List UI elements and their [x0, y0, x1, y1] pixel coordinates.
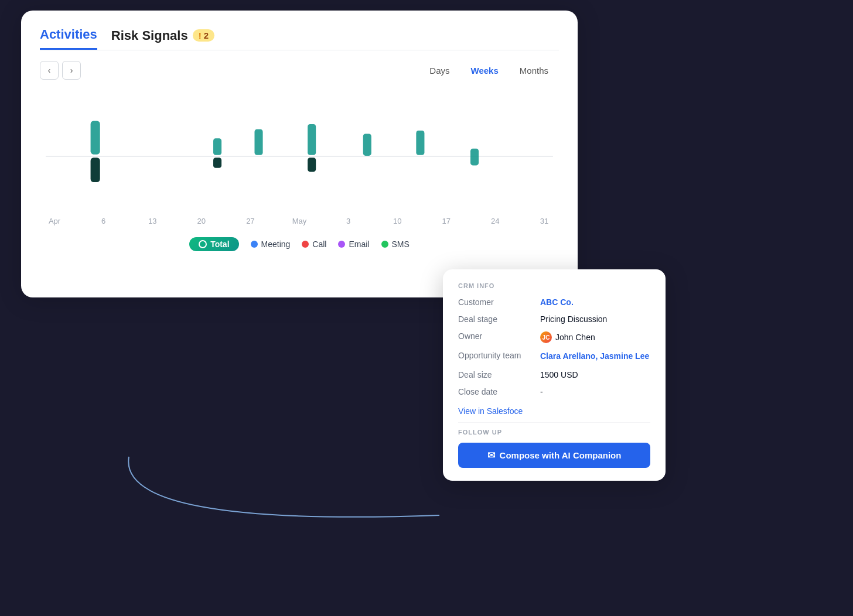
risk-badge: ! 2: [193, 29, 214, 42]
x-label-20: 20: [193, 217, 210, 225]
crm-opp-team-value[interactable]: Clara Arellano, Jasmine Lee: [540, 351, 649, 362]
view-days[interactable]: Days: [419, 63, 460, 78]
compose-btn-label: Compose with AI Companion: [500, 450, 622, 460]
total-ring-icon: [199, 240, 207, 248]
crm-owner-row: Owner JC John Chen: [458, 331, 650, 343]
svg-rect-3: [213, 138, 221, 155]
crm-owner-label: Owner: [458, 331, 540, 341]
crm-close-date-row: Close date -: [458, 387, 650, 396]
card-divider: [458, 422, 650, 423]
nav-buttons: ‹ ›: [40, 61, 81, 80]
mail-icon: ✉: [487, 450, 495, 461]
tab-activities[interactable]: Activities: [40, 27, 97, 50]
x-label-31: 31: [535, 217, 553, 225]
svg-rect-4: [213, 158, 221, 168]
chart-legend: Total Meeting Call Email SMS: [40, 237, 559, 251]
call-dot-icon: [302, 241, 309, 248]
x-axis-labels: Apr 6 13 20 27 May 3 10 17 24 31: [40, 217, 559, 225]
crm-owner-value-container: JC John Chen: [540, 331, 595, 343]
view-months[interactable]: Months: [509, 63, 559, 78]
crm-opp-team-row: Opportunity team Clara Arellano, Jasmine…: [458, 351, 650, 362]
x-label-27: 27: [241, 217, 259, 225]
crm-deal-size-label: Deal size: [458, 370, 540, 379]
crm-customer-label: Customer: [458, 297, 540, 307]
svg-rect-10: [470, 149, 479, 166]
crm-deal-stage-row: Deal stage Pricing Discussion: [458, 314, 650, 324]
view-salesforce-link[interactable]: View in Salesfoce: [458, 406, 523, 416]
next-button[interactable]: ›: [62, 61, 81, 80]
x-label-may: May: [291, 217, 308, 225]
compose-ai-button[interactable]: ✉ Compose with AI Companion: [458, 443, 650, 468]
crm-customer-row: Customer ABC Co.: [458, 297, 650, 307]
svg-rect-9: [416, 131, 424, 155]
crm-card: CRM INFO Customer ABC Co. Deal stage Pri…: [443, 269, 666, 481]
x-label-3: 3: [340, 217, 357, 225]
svg-rect-5: [254, 129, 262, 155]
svg-rect-2: [91, 158, 100, 182]
legend-email[interactable]: Email: [338, 239, 369, 249]
x-label-13: 13: [144, 217, 161, 225]
legend-meeting[interactable]: Meeting: [251, 239, 291, 249]
crm-opp-team-label: Opportunity team: [458, 351, 540, 360]
svg-rect-1: [91, 121, 100, 155]
x-label-apr: Apr: [46, 217, 63, 225]
crm-deal-stage-value: Pricing Discussion: [540, 314, 607, 324]
legend-total[interactable]: Total: [189, 237, 238, 251]
view-weeks[interactable]: Weeks: [460, 63, 509, 78]
crm-customer-value[interactable]: ABC Co.: [540, 297, 574, 307]
x-label-6: 6: [95, 217, 112, 225]
activities-card: Activities Risk Signals ! 2 ‹ › Days Wee…: [21, 11, 578, 297]
svg-rect-8: [363, 134, 371, 156]
crm-deal-size-value: 1500 USD: [540, 370, 578, 379]
view-toggle: Days Weeks Months: [419, 63, 559, 78]
crm-owner-value: John Chen: [555, 333, 595, 342]
x-label-17: 17: [438, 217, 455, 225]
prev-button[interactable]: ‹: [40, 61, 59, 80]
crm-section-label: CRM INFO: [458, 282, 650, 289]
crm-close-date-value: -: [540, 387, 543, 396]
tab-risk-signals[interactable]: Risk Signals ! 2: [111, 28, 214, 49]
x-label-10: 10: [388, 217, 406, 225]
x-label-24: 24: [486, 217, 504, 225]
email-dot-icon: [338, 241, 345, 248]
legend-sms[interactable]: SMS: [381, 239, 410, 249]
meeting-dot-icon: [251, 241, 258, 248]
chart-controls: ‹ › Days Weeks Months: [40, 61, 559, 80]
crm-close-date-label: Close date: [458, 387, 540, 396]
owner-avatar: JC: [540, 331, 552, 343]
svg-rect-7: [308, 158, 316, 172]
activities-chart: [40, 85, 559, 214]
chart-area: [40, 85, 559, 214]
follow-up-section-label: FOLLOW UP: [458, 429, 650, 436]
svg-rect-6: [308, 124, 316, 155]
crm-deal-size-row: Deal size 1500 USD: [458, 370, 650, 379]
tab-bar: Activities Risk Signals ! 2: [40, 27, 559, 50]
legend-call[interactable]: Call: [302, 239, 326, 249]
crm-deal-stage-label: Deal stage: [458, 314, 540, 324]
sms-dot-icon: [381, 241, 388, 248]
